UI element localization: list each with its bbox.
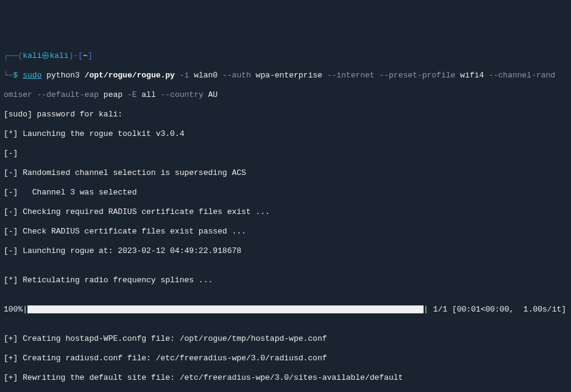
prompt-skull: ㉿ [41, 51, 49, 60]
arg-preset: wifi4 [460, 71, 484, 80]
log-line: [-] Channel 3 was selected [4, 188, 567, 198]
log-line: [-] Checking required RADIUS certificate… [4, 207, 567, 217]
flag-auth: --auth [222, 71, 251, 80]
cmd-python: python3 [46, 71, 80, 80]
arg-eap: peap [104, 90, 122, 99]
progress-bar-fill [27, 305, 424, 313]
cmd-script: /opt/rogue/rogue.py [85, 71, 175, 80]
prompt-line-1: ┌──(kali㉿kali)-[~] [4, 51, 567, 61]
log-line: [-] [4, 149, 567, 159]
prompt-cwd: ~ [83, 51, 88, 60]
log-line: [+] Creating hostapd-WPE.confg file: /op… [4, 334, 567, 344]
flag-chanrand: --channel-rand [489, 71, 555, 80]
log-line: [-] Launching rogue at: 2023-02-12 04:49… [4, 246, 567, 256]
log-line: [+] Rewriting the default site file: /et… [4, 373, 567, 383]
prompt-dollar: $ [13, 71, 18, 80]
prompt-box-close: )-[ [69, 51, 83, 60]
terminal[interactable]: ┌──(kali㉿kali)-[~] └─$ sudo python3 /opt… [4, 41, 567, 392]
flag-defaulteap: --default-eap [37, 90, 99, 99]
flag-preset: --preset-profile [379, 71, 455, 80]
arg-country: AU [208, 90, 218, 99]
arg-iface: wlan0 [194, 71, 218, 80]
prompt-box-open: ┌──( [4, 51, 23, 60]
log-line: [*] Launching the rogue toolkit v3.0.4 [4, 129, 567, 139]
flag-i: -i [180, 71, 190, 80]
sudo-password-prompt: [sudo] password for kali: [4, 110, 567, 119]
log-line: [*] Reticulating radio frequency splines… [4, 276, 567, 285]
flag-internet: --internet [327, 71, 375, 80]
progress-percent: 100% [4, 305, 23, 314]
arg-E: all [141, 90, 155, 99]
prompt-line-3: omiser --default-eap peap -E all --count… [4, 90, 567, 100]
flag-E: -E [127, 90, 137, 99]
log-line: [-] Check RADIUS certificate files exist… [4, 227, 567, 237]
flag-chanrand-wrap: omiser [4, 90, 32, 99]
flag-country: --country [161, 90, 204, 99]
progress-bar-1: 100%|| 1/1 [00:01<00:00, 1.00s/it] [4, 305, 567, 315]
log-line: [-] Randomised channel selection is supe… [4, 168, 567, 178]
prompt-host: kali [49, 51, 68, 60]
prompt-bracket-end: ] [88, 51, 93, 60]
cmd-sudo: sudo [23, 71, 41, 80]
log-line: [+] Creating radiusd.conf file: /etc/fre… [4, 354, 567, 363]
prompt-user: kali [23, 51, 41, 60]
prompt-line2-prefix: └─ [4, 71, 13, 80]
progress-stats: | 1/1 [00:01<00:00, 1.00s/it] [424, 305, 566, 314]
arg-auth: wpa-enterprise [256, 71, 322, 80]
prompt-line-2: └─$ sudo python3 /opt/rogue/rogue.py -i … [4, 71, 567, 80]
